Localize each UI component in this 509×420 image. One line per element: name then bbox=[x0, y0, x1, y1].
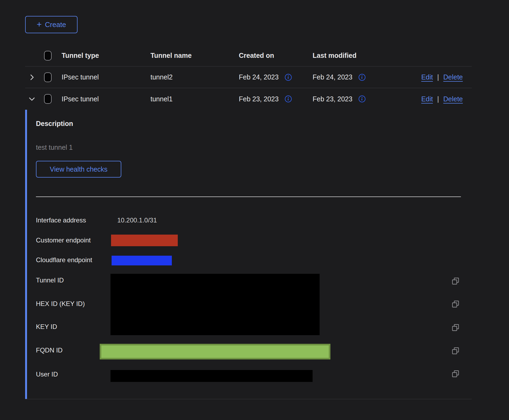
create-button[interactable]: + Create bbox=[25, 16, 78, 33]
tunnel-id-redaction bbox=[110, 274, 320, 335]
customer-endpoint-redaction bbox=[111, 235, 178, 246]
header-tunnel-type: Tunnel type bbox=[62, 52, 150, 59]
row-checkbox[interactable] bbox=[44, 72, 52, 82]
created-on-value: Feb 23, 2023 bbox=[239, 95, 279, 103]
collapse-row-button[interactable] bbox=[25, 95, 44, 103]
description-value: test tunnel 1 bbox=[36, 144, 73, 151]
cloudflare-endpoint-label: Cloudflare endpoint bbox=[36, 256, 92, 264]
cloudflare-endpoint-redaction bbox=[112, 256, 172, 265]
user-id-redaction bbox=[110, 370, 313, 382]
tunnels-page: + Create Tunnel type Tunnel name Created… bbox=[0, 0, 509, 420]
expanded-row-indicator-bar bbox=[25, 110, 27, 399]
copy-user-id-button[interactable] bbox=[451, 369, 460, 378]
view-health-checks-button[interactable]: View health checks bbox=[36, 161, 121, 178]
header-created-on: Created on bbox=[239, 52, 313, 59]
plus-icon: + bbox=[37, 20, 42, 29]
copy-tunnel-id-button[interactable] bbox=[451, 277, 460, 285]
info-icon[interactable] bbox=[284, 74, 292, 81]
copy-hex-id-button[interactable] bbox=[451, 300, 460, 308]
fqdn-id-redaction bbox=[100, 344, 330, 359]
last-modified-value: Feb 24, 2023 bbox=[313, 73, 352, 81]
created-on-value: Feb 24, 2023 bbox=[239, 73, 279, 81]
table-row: IPsec tunnel tunnel1 Feb 23, 2023 Feb 23… bbox=[25, 88, 472, 110]
copy-icon bbox=[451, 369, 460, 378]
info-icon[interactable] bbox=[284, 95, 292, 103]
tunnel-id-label: Tunnel ID bbox=[36, 276, 64, 284]
tunnels-table: Tunnel type Tunnel name Created on Last … bbox=[25, 45, 472, 110]
interface-address-value: 10.200.1.0/31 bbox=[117, 216, 157, 224]
tunnel-detail-panel: Description test tunnel 1 View health ch… bbox=[25, 110, 472, 399]
key-id-label: KEY ID bbox=[36, 323, 57, 331]
delete-link[interactable]: Delete bbox=[443, 73, 463, 81]
edit-link[interactable]: Edit bbox=[421, 95, 433, 103]
hex-id-label: HEX ID (KEY ID) bbox=[36, 300, 85, 308]
copy-icon bbox=[451, 323, 460, 332]
select-all-checkbox[interactable] bbox=[44, 51, 52, 61]
edit-link[interactable]: Edit bbox=[421, 73, 433, 81]
interface-address-label: Interface address bbox=[36, 216, 86, 224]
tunnel-type-value: IPsec tunnel bbox=[62, 95, 150, 103]
create-button-label: Create bbox=[45, 21, 66, 29]
info-icon[interactable] bbox=[358, 95, 366, 103]
copy-icon bbox=[451, 277, 460, 285]
section-divider bbox=[36, 196, 461, 197]
copy-fqdn-id-button[interactable] bbox=[451, 346, 460, 355]
table-header-row: Tunnel type Tunnel name Created on Last … bbox=[25, 45, 472, 66]
expand-row-button[interactable] bbox=[25, 73, 44, 81]
chevron-down-icon bbox=[28, 95, 36, 103]
fqdn-id-label: FQDN ID bbox=[36, 346, 63, 354]
tunnel-name-value: tunnel1 bbox=[150, 95, 239, 103]
link-separator: | bbox=[437, 95, 439, 103]
info-icon[interactable] bbox=[358, 74, 366, 81]
header-last-modified: Last modified bbox=[313, 52, 401, 59]
table-row: IPsec tunnel tunnel2 Feb 24, 2023 Feb 24… bbox=[25, 66, 472, 88]
chevron-right-icon bbox=[28, 73, 36, 81]
copy-icon bbox=[451, 346, 460, 355]
header-tunnel-name: Tunnel name bbox=[150, 52, 239, 59]
row-checkbox[interactable] bbox=[44, 94, 52, 104]
delete-link[interactable]: Delete bbox=[443, 95, 463, 103]
link-separator: | bbox=[437, 73, 439, 81]
copy-key-id-button[interactable] bbox=[451, 323, 460, 332]
tunnel-name-value: tunnel2 bbox=[150, 73, 239, 81]
customer-endpoint-label: Customer endpoint bbox=[36, 236, 91, 244]
copy-icon bbox=[451, 300, 460, 308]
user-id-label: User ID bbox=[36, 371, 58, 378]
last-modified-value: Feb 23, 2023 bbox=[313, 95, 352, 103]
description-label: Description bbox=[36, 120, 73, 128]
tunnel-type-value: IPsec tunnel bbox=[62, 73, 150, 81]
